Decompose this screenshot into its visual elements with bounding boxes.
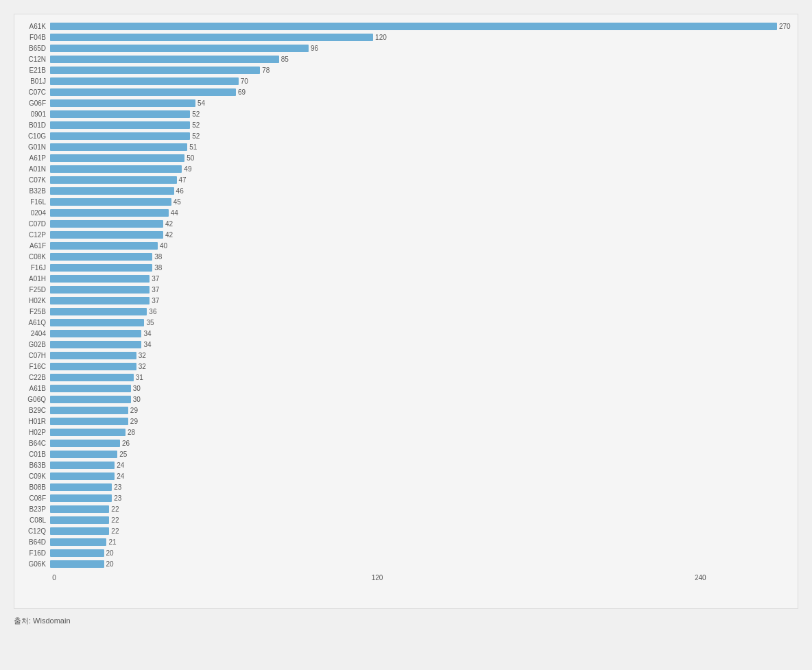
bar-value: 85 — [281, 56, 289, 63]
bar-label: C22B — [21, 374, 50, 381]
bar-label: B01D — [21, 121, 50, 129]
bar-track: 22 — [50, 505, 791, 513]
bar-row: C08K38 — [21, 252, 791, 261]
bar-value: 30 — [133, 396, 141, 403]
bar-label: B64C — [21, 440, 50, 447]
bar-value: 46 — [176, 187, 184, 195]
bar-fill — [50, 34, 373, 41]
bar-value: 32 — [139, 363, 146, 370]
bar-label: B29C — [21, 407, 50, 414]
bar-fill — [50, 77, 239, 85]
bar-fill — [50, 264, 152, 272]
bar-track: 34 — [50, 340, 791, 348]
bar-label: A61Q — [21, 319, 50, 326]
bar-label: H01R — [21, 418, 50, 425]
bar-track: 47 — [50, 176, 791, 184]
bar-row: C12N85 — [21, 54, 791, 64]
bar-track: 25 — [50, 450, 791, 458]
bar-row: B29C29 — [21, 405, 791, 415]
bar-value: 37 — [152, 286, 159, 294]
bar-fill — [50, 132, 190, 140]
bar-track: 96 — [50, 44, 791, 52]
bar-fill — [50, 99, 195, 107]
bar-track: 85 — [50, 55, 791, 63]
bar-track: 78 — [50, 66, 791, 74]
bar-label: 2404 — [21, 330, 50, 337]
bar-label: C12Q — [21, 527, 50, 535]
bar-row: G01N51 — [21, 142, 791, 152]
bar-row: H02K37 — [21, 296, 791, 305]
bar-track: 120 — [50, 33, 791, 41]
bar-value: 70 — [241, 77, 248, 85]
chart-container: A61K270F04B120B65D96C12N85E21B78B01J70C0… — [0, 0, 812, 660]
bar-label: B08B — [21, 483, 50, 491]
bar-row: E21B78 — [21, 65, 791, 75]
bar-value: 50 — [187, 154, 194, 162]
bar-value: 40 — [160, 242, 167, 250]
bar-track: 26 — [50, 439, 791, 447]
bar-value: 24 — [117, 472, 124, 480]
bar-label: B63B — [21, 462, 50, 469]
bar-fill — [50, 242, 158, 250]
bar-fill — [50, 176, 177, 184]
bar-fill — [50, 56, 279, 63]
bar-fill — [50, 429, 126, 436]
bar-fill — [50, 451, 117, 458]
bar-track: 23 — [50, 494, 791, 502]
bar-fill — [50, 527, 109, 535]
bar-label: C07H — [21, 352, 50, 359]
bar-fill — [50, 330, 141, 337]
bar-label: C01B — [21, 451, 50, 458]
bar-value: 31 — [136, 374, 143, 381]
bar-track: 42 — [50, 230, 791, 239]
bar-fill — [50, 45, 309, 52]
bar-label: C08F — [21, 494, 50, 502]
bar-track: 31 — [50, 373, 791, 381]
bar-row: B01D52 — [21, 120, 791, 130]
bar-row: G02B34 — [21, 339, 791, 349]
bar-fill — [50, 494, 112, 502]
bar-fill — [50, 253, 152, 261]
bar-track: 69 — [50, 88, 791, 96]
bar-track: 20 — [50, 549, 791, 557]
bar-fill — [50, 385, 131, 392]
bar-value: 96 — [311, 45, 318, 52]
bar-value: 30 — [133, 385, 141, 392]
bar-row: B64D21 — [21, 537, 791, 547]
bar-track: 38 — [50, 263, 791, 272]
bar-fill — [50, 352, 136, 359]
bar-fill — [50, 275, 150, 283]
bar-fill — [50, 198, 171, 206]
bar-value: 270 — [779, 23, 791, 30]
bar-track: 37 — [50, 296, 791, 304]
bar-row: A61P50 — [21, 153, 791, 163]
bar-row: C07H32 — [21, 350, 791, 360]
bar-value: 49 — [184, 165, 191, 173]
bar-label: F25D — [21, 286, 50, 294]
bar-row: G06F54 — [21, 98, 791, 108]
bar-row: C22B31 — [21, 372, 791, 382]
bar-fill — [50, 549, 104, 557]
bar-label: B01J — [21, 77, 50, 85]
bar-label: C08L — [21, 516, 50, 524]
bar-track: 24 — [50, 472, 791, 480]
bar-fill — [50, 231, 163, 239]
bar-fill — [50, 121, 190, 129]
bar-row: B23P22 — [21, 504, 791, 514]
bar-fill — [50, 67, 260, 74]
bar-row: A61K270 — [21, 21, 791, 31]
bar-value: 54 — [198, 99, 205, 107]
bar-value: 23 — [114, 494, 121, 502]
bar-value: 24 — [117, 462, 124, 469]
bar-value: 45 — [174, 198, 181, 206]
bar-row: B63B24 — [21, 460, 791, 470]
bar-value: 25 — [119, 451, 127, 458]
chart-wrapper: A61K270F04B120B65D96C12N85E21B78B01J70C0… — [21, 21, 791, 588]
bar-fill — [50, 407, 128, 414]
bar-label: C12P — [21, 231, 50, 239]
bar-label: F16J — [21, 264, 50, 272]
bar-label: A01N — [21, 165, 50, 173]
bar-fill — [50, 560, 104, 568]
chart-area: A61K270F04B120B65D96C12N85E21B78B01J70C0… — [14, 14, 798, 609]
bar-label: C10G — [21, 132, 50, 140]
